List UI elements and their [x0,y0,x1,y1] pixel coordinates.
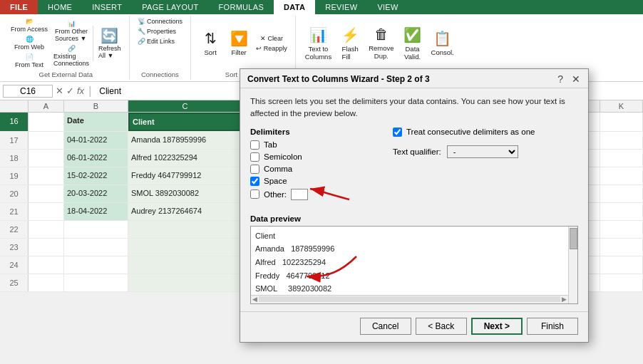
dialog-title: Convert Text to Columns Wizard - Step 2 … [247,74,430,84]
delimiter-comma-checkbox[interactable] [250,165,259,174]
treat-consecutive-label: Treat consecutive delimiters as one [406,128,535,136]
convert-text-to-columns-dialog: Convert Text to Columns Wizard - Step 2 … [240,68,589,343]
delimiter-tab-label: Tab [264,140,277,149]
delimiters-section: Delimiters Tab Semicolon Comma [250,128,379,203]
preview-line-4: Freddy 4647799912 [255,269,573,283]
delimiter-space-row: Space [250,177,379,186]
delimiter-comma-label: Comma [264,165,292,173]
delimiter-tab-row: Tab [250,140,379,150]
dialog-body: This screen lets you set the delimiters … [240,88,588,311]
dialog-close-button[interactable]: ✕ [570,73,582,85]
delimiter-semicolon-checkbox[interactable] [250,152,259,162]
dialog-help-button[interactable]: ? [555,73,565,85]
cancel-button[interactable]: Cancel [360,318,411,335]
dialog-titlebar: Convert Text to Columns Wizard - Step 2 … [240,69,588,88]
delimiter-tab-checkbox[interactable] [250,140,259,150]
preview-scrollbar[interactable] [568,227,577,303]
delimiter-semicolon-row: Semicolon [250,152,379,162]
preview-hscrollbar[interactable]: ◀ ▶ [251,295,568,303]
delimiter-other-label: Other: [264,190,287,199]
delimiter-other-checkbox[interactable] [250,189,259,199]
delimiters-title: Delimiters [250,128,379,136]
preview-line-5: SMOL 3892030082 [255,282,573,296]
treat-consecutive-checkbox[interactable] [393,128,402,137]
preview-box[interactable]: Client Amanda 1878959996 Alfred 10223252… [250,226,578,304]
qualifier-select[interactable]: - " ' [447,145,518,158]
dialog-footer: Cancel < Back Next > Finish [240,311,588,342]
dialog-overlay: Convert Text to Columns Wizard - Step 2 … [0,0,643,364]
qualifier-row: Text qualifier: - " ' [393,145,578,158]
delimiter-comma-row: Comma [250,165,379,174]
preview-section: Data preview Client Amanda 1878959996 Al… [250,214,578,304]
delimiter-other-row: Other: [250,189,379,200]
treat-consecutive-row: Treat consecutive delimiters as one [393,128,578,137]
delimiter-other-input[interactable] [291,189,308,200]
delimiter-semicolon-label: Semicolon [264,152,302,161]
delimiter-space-checkbox[interactable] [250,177,259,186]
delimiter-space-label: Space [264,177,287,185]
qualifier-label: Text qualifier: [393,147,441,156]
preview-line-2: Amanda 1878959996 [255,242,573,256]
finish-button[interactable]: Finish [527,318,578,335]
right-options: Treat consecutive delimiters as one Text… [393,128,578,210]
back-button[interactable]: < Back [416,318,467,335]
next-button[interactable]: Next > [471,318,523,335]
preview-line-1: Client [255,229,573,243]
preview-line-3: Alfred 1022325294 [255,256,573,269]
preview-title: Data preview [250,214,578,223]
dialog-description: This screen lets you set the delimiters … [250,95,578,120]
